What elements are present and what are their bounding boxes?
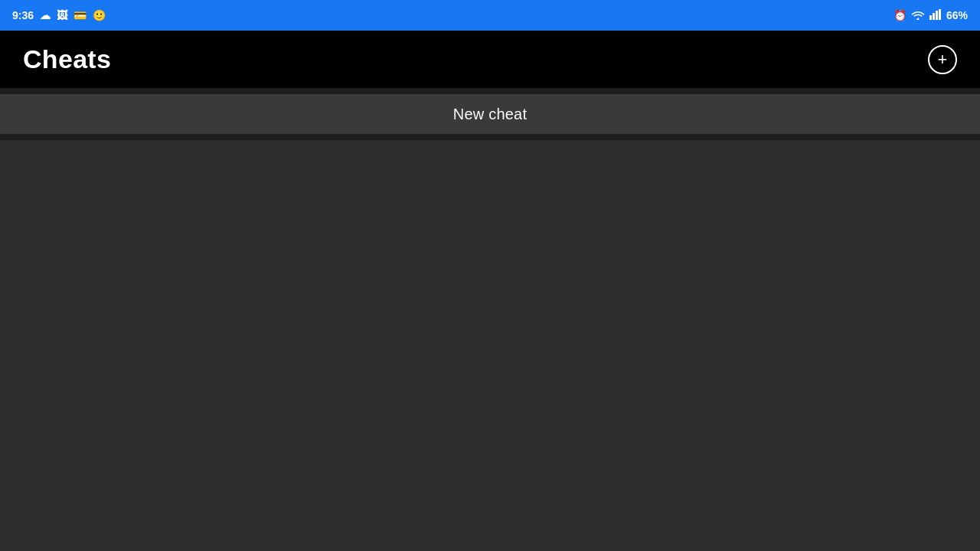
add-cheat-button[interactable]: +	[928, 45, 957, 74]
header: Cheats +	[0, 31, 980, 88]
alarm-icon: ⏰	[893, 9, 906, 21]
status-bar-left: 9:36 ☁ 🖼 💳 🙂	[12, 9, 106, 21]
time-display: 9:36	[12, 9, 34, 21]
new-cheat-button[interactable]: New cheat	[0, 94, 980, 134]
image-icon: 🖼	[57, 9, 67, 21]
signal-icon	[929, 9, 942, 22]
plus-circle-icon: +	[938, 51, 948, 68]
cloud-icon: ☁	[40, 9, 51, 21]
svg-rect-3	[939, 9, 941, 20]
face-icon: 🙂	[93, 9, 106, 21]
svg-rect-1	[933, 13, 935, 20]
svg-rect-2	[936, 11, 938, 20]
status-bar: 9:36 ☁ 🖼 💳 🙂 ⏰ 66%	[0, 0, 980, 31]
page-title: Cheats	[23, 44, 111, 74]
wifi-icon	[911, 9, 925, 22]
main-content: New cheat	[0, 88, 980, 140]
new-cheat-label: New cheat	[453, 106, 527, 123]
battery-display: 66%	[946, 9, 968, 21]
card-icon: 💳	[74, 9, 87, 21]
empty-content-area	[0, 140, 980, 551]
svg-rect-0	[929, 15, 932, 20]
status-bar-right: ⏰ 66%	[893, 9, 968, 22]
